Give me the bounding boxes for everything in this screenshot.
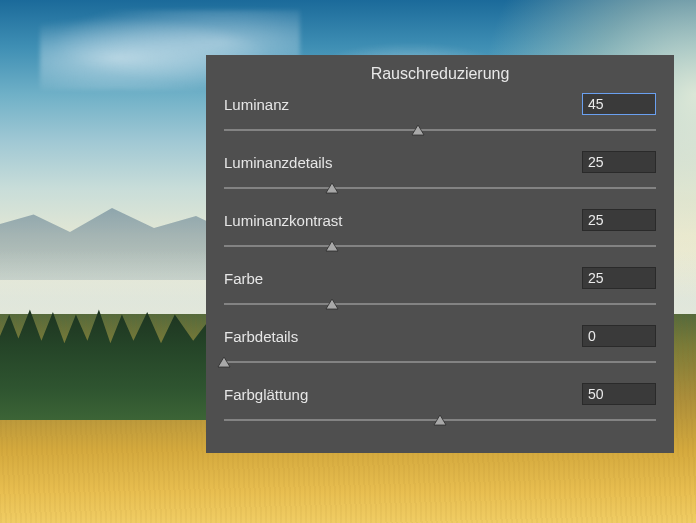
slider-track <box>224 188 656 189</box>
slider-thumb-icon[interactable] <box>325 240 339 252</box>
farbglaettung-slider[interactable] <box>224 409 656 431</box>
farbdetails-label: Farbdetails <box>224 328 298 345</box>
slider-track <box>224 130 656 131</box>
panel-title: Rauschreduzierung <box>206 65 674 83</box>
svg-marker-3 <box>326 299 338 309</box>
farbe-slider[interactable] <box>224 293 656 315</box>
row-farbglaettung: Farbglättung <box>206 381 674 431</box>
noise-reduction-panel: Rauschreduzierung Luminanz Luminanzdetai… <box>206 55 674 453</box>
luminanzkontrast-slider[interactable] <box>224 235 656 257</box>
slider-thumb-icon[interactable] <box>411 124 425 136</box>
farbe-input[interactable] <box>582 267 656 289</box>
row-luminanzkontrast: Luminanzkontrast <box>206 207 674 257</box>
luminanzdetails-input[interactable] <box>582 151 656 173</box>
svg-marker-0 <box>412 125 424 135</box>
farbdetails-slider[interactable] <box>224 351 656 373</box>
luminanzkontrast-input[interactable] <box>582 209 656 231</box>
svg-marker-4 <box>218 357 230 367</box>
luminanzkontrast-label: Luminanzkontrast <box>224 212 342 229</box>
slider-thumb-icon[interactable] <box>325 182 339 194</box>
farbglaettung-input[interactable] <box>582 383 656 405</box>
farbe-label: Farbe <box>224 270 263 287</box>
row-luminanzdetails: Luminanzdetails <box>206 149 674 199</box>
farbglaettung-label: Farbglättung <box>224 386 308 403</box>
svg-marker-2 <box>326 241 338 251</box>
luminanz-input[interactable] <box>582 93 656 115</box>
luminanz-slider[interactable] <box>224 119 656 141</box>
svg-marker-5 <box>434 415 446 425</box>
luminanzdetails-slider[interactable] <box>224 177 656 199</box>
slider-thumb-icon[interactable] <box>217 356 231 368</box>
row-farbe: Farbe <box>206 265 674 315</box>
slider-track <box>224 246 656 247</box>
slider-thumb-icon[interactable] <box>433 414 447 426</box>
luminanzdetails-label: Luminanzdetails <box>224 154 332 171</box>
svg-marker-1 <box>326 183 338 193</box>
farbdetails-input[interactable] <box>582 325 656 347</box>
row-farbdetails: Farbdetails <box>206 323 674 373</box>
row-luminanz: Luminanz <box>206 91 674 141</box>
luminanz-label: Luminanz <box>224 96 289 113</box>
slider-track <box>224 362 656 363</box>
slider-track <box>224 304 656 305</box>
slider-thumb-icon[interactable] <box>325 298 339 310</box>
